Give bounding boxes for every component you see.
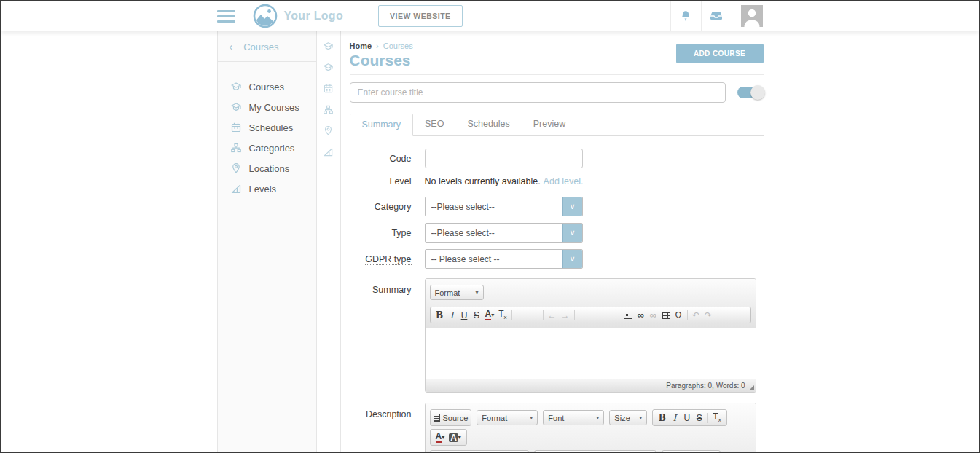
category-select[interactable]: --Please select-- ∨ <box>425 197 583 216</box>
type-select[interactable]: --Please select-- ∨ <box>425 223 583 243</box>
level-label: Level <box>350 176 412 186</box>
breadcrumb-separator-icon: › <box>376 42 379 50</box>
strip-calendar-icon[interactable] <box>323 83 334 97</box>
summary-label: Summary <box>350 278 412 295</box>
sidebar-item-locations[interactable]: Locations <box>218 158 316 178</box>
main-content: Home›Courses Courses ADD COURSE Summary … <box>341 31 764 453</box>
redo-button: ↷ <box>702 309 715 321</box>
chevron-down-icon[interactable]: ∨ <box>562 224 582 242</box>
sidebar-item-categories[interactable]: Categories <box>218 138 316 158</box>
strip-my-courses-icon[interactable] <box>323 62 334 76</box>
sidebar-item-label: Categories <box>249 143 295 154</box>
strip-courses-icon[interactable] <box>323 41 334 55</box>
toolbar-separator <box>707 413 708 423</box>
divider <box>350 74 764 75</box>
toggle-knob <box>750 85 765 100</box>
paragraph-group: →← <box>534 450 656 453</box>
italic-button[interactable]: I <box>446 309 458 321</box>
gdpr-type-select[interactable]: -- Please select -- ∨ <box>425 249 583 269</box>
strip-sitemap-icon[interactable] <box>323 104 334 118</box>
align-left-button[interactable] <box>577 309 590 321</box>
format-dropdown[interactable]: Format▾ <box>477 410 538 425</box>
collapsed-icon-strip <box>317 31 341 453</box>
chevron-down-icon[interactable]: ∨ <box>562 197 582 216</box>
colors-group: A▾A▾ <box>430 429 467 446</box>
hamburger-menu-icon[interactable] <box>217 7 235 25</box>
strip-location-pin-icon[interactable] <box>323 125 334 139</box>
sidebar-item-label: Locations <box>249 163 290 174</box>
align-center-button[interactable] <box>590 309 603 321</box>
add-course-button[interactable]: ADD COURSE <box>676 44 764 63</box>
sidebar-item-label: Courses <box>249 82 284 92</box>
size-dropdown[interactable]: Size▾ <box>609 410 647 425</box>
dropdown-arrow-icon: ▾ <box>639 414 642 421</box>
code-input[interactable] <box>425 149 583 168</box>
sidebar-item-schedules[interactable]: Schedules <box>218 117 316 138</box>
course-title-input[interactable] <box>350 82 726 103</box>
indent-button: → <box>559 309 572 321</box>
underline-button[interactable]: U <box>458 309 471 321</box>
view-website-button[interactable]: VIEW WEBSITE <box>378 5 463 27</box>
tab-schedules[interactable]: Schedules <box>455 114 521 135</box>
bold-button[interactable]: B <box>434 309 446 321</box>
description-label: Description <box>350 403 412 419</box>
link-button[interactable]: ∞ <box>635 309 647 321</box>
toolbar-separator <box>543 310 544 320</box>
summary-editor-content[interactable] <box>426 328 756 379</box>
outdent-button: ← <box>546 309 559 321</box>
notifications-button[interactable] <box>670 1 701 31</box>
tab-summary[interactable]: Summary <box>350 114 413 136</box>
bullet-list-button[interactable] <box>528 309 541 321</box>
sidebar-item-label: My Courses <box>249 102 299 113</box>
type-select-value: --Please select-- <box>426 224 562 242</box>
location-pin-icon <box>230 162 242 174</box>
font-dropdown[interactable]: Font▾ <box>543 410 604 425</box>
tab-seo[interactable]: SEO <box>413 114 455 135</box>
dropdown-arrow-icon: ▾ <box>475 289 478 296</box>
logo-image-icon <box>253 4 278 28</box>
strike-button[interactable]: S <box>471 309 483 321</box>
clipboard-group: ✂↶↷ <box>430 450 529 453</box>
numbered-list-button[interactable] <box>514 309 528 321</box>
sidebar-header[interactable]: ‹ Courses <box>218 31 316 62</box>
dropdown-arrow-icon: ▾ <box>596 414 599 421</box>
underline-button[interactable]: U <box>681 411 693 424</box>
breadcrumb: Home›Courses <box>350 42 413 50</box>
bg-color-button[interactable]: A▾ <box>447 431 463 444</box>
chevron-down-icon[interactable]: ∨ <box>562 250 582 268</box>
level-empty-text: No levels currently available. <box>425 176 541 186</box>
sidebar-item-my-courses[interactable]: My Courses <box>218 97 316 117</box>
inbox-button[interactable] <box>701 1 732 31</box>
image-button[interactable] <box>622 309 635 321</box>
special-char-button[interactable]: Ω <box>673 309 685 321</box>
strip-levels-icon[interactable] <box>323 146 334 160</box>
sidebar-item-courses[interactable]: Courses <box>218 76 316 97</box>
add-level-link[interactable]: Add level. <box>544 176 584 186</box>
align-right-button[interactable] <box>603 309 616 321</box>
bold-button[interactable]: B <box>656 411 668 424</box>
sitemap-icon <box>230 142 242 154</box>
dropdown-arrow-icon: ▾ <box>530 414 533 421</box>
user-menu[interactable] <box>732 1 764 31</box>
logo[interactable]: Your Logo <box>253 4 344 28</box>
strike-button[interactable]: S <box>693 411 705 424</box>
code-label: Code <box>350 154 412 164</box>
remove-format-button[interactable]: Tx <box>710 411 723 424</box>
my-courses-icon <box>230 101 242 113</box>
remove-format-button[interactable]: Tx <box>496 309 509 321</box>
breadcrumb-home[interactable]: Home <box>350 42 372 50</box>
format-dropdown[interactable]: Format▾ <box>430 285 484 300</box>
back-chevron-icon[interactable]: ‹ <box>230 41 233 52</box>
text-color-button[interactable]: A▾ <box>483 309 497 321</box>
table-button[interactable] <box>659 309 673 321</box>
publish-toggle[interactable] <box>737 87 764 98</box>
resize-handle-icon[interactable] <box>749 385 754 390</box>
toolbar-separator <box>619 310 619 320</box>
italic-button[interactable]: I <box>668 411 681 424</box>
text-color-button[interactable]: A▾ <box>434 431 447 444</box>
tab-preview[interactable]: Preview <box>522 114 577 135</box>
insert-group: ♪ <box>662 450 721 453</box>
toolbar-separator <box>511 310 512 320</box>
source-button[interactable]: Source <box>430 409 472 426</box>
sidebar-item-levels[interactable]: Levels <box>218 178 316 199</box>
